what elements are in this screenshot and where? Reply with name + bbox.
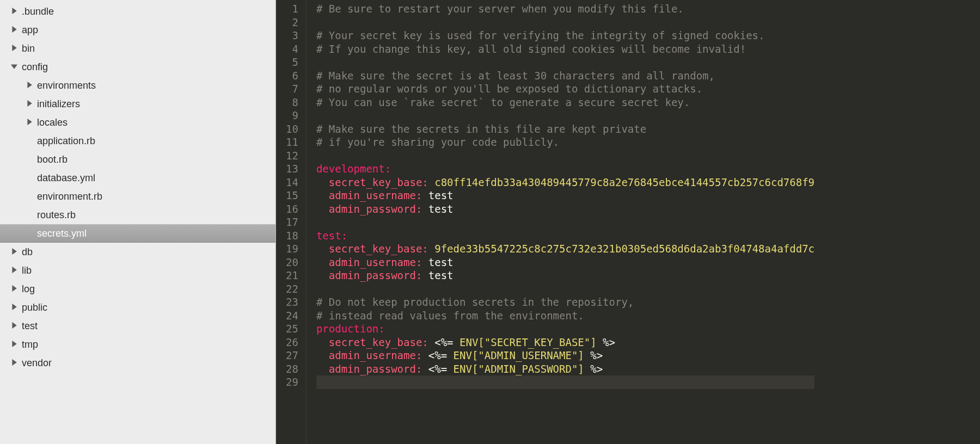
code-span: # Make sure the secrets in this file are… (316, 123, 646, 135)
tree-item-environment-rb[interactable]: environment.rb (0, 187, 275, 206)
code-line[interactable]: admin_username: <%= ENV["ADMIN_USERNAME"… (316, 349, 814, 362)
chevron-right-icon[interactable] (11, 248, 19, 256)
code-line[interactable]: # Your secret key is used for verifying … (316, 29, 814, 42)
code-line[interactable] (316, 55, 814, 69)
code-span: %> (584, 363, 603, 375)
code-line[interactable]: secret_key_base: 9fede33b5547225c8c275c7… (316, 242, 814, 256)
tree-item-application-rb[interactable]: application.rb (0, 132, 275, 150)
line-number: 26 (286, 336, 298, 349)
chevron-right-icon[interactable] (11, 341, 19, 348)
line-number: 12 (286, 149, 298, 163)
code-line[interactable] (316, 282, 814, 296)
chevron-right-icon[interactable] (26, 100, 34, 108)
tree-item-bin[interactable]: bin (0, 39, 275, 58)
line-number: 15 (286, 189, 298, 202)
code-span: development: (316, 163, 391, 175)
chevron-right-icon[interactable] (11, 285, 19, 293)
tree-item-boot-rb[interactable]: boot.rb (0, 150, 275, 169)
code-line[interactable] (316, 149, 814, 163)
code-line[interactable]: # Make sure the secrets in this file are… (316, 122, 814, 136)
code-line[interactable]: admin_username: test (316, 256, 814, 269)
code-line[interactable] (316, 215, 814, 229)
line-number: 24 (286, 309, 298, 323)
code-span: test: (316, 230, 347, 242)
code-line[interactable]: # If you change this key, all old signed… (316, 42, 814, 56)
line-number: 27 (286, 349, 298, 362)
file-tree-sidebar[interactable]: .bundleappbinconfigenvironmentsinitializ… (0, 0, 276, 444)
line-number: 19 (286, 242, 298, 256)
line-number: 6 (286, 69, 298, 83)
chevron-right-icon[interactable] (11, 26, 19, 34)
tree-item-app[interactable]: app (0, 21, 275, 39)
code-line[interactable]: # Do not keep production secrets in the … (316, 295, 814, 309)
code-span: admin_username: (316, 189, 422, 201)
code-span: ENV["ADMIN_USERNAME"] (454, 349, 584, 361)
code-line[interactable]: admin_password: <%= ENV["ADMIN_PASSWORD"… (316, 362, 814, 376)
chevron-right-icon[interactable] (11, 8, 19, 15)
chevron-right-icon[interactable] (11, 45, 19, 52)
tree-item-label: config (22, 61, 48, 73)
tree-item-database-yml[interactable]: database.yml (0, 169, 275, 187)
code-line[interactable]: development: (316, 162, 814, 176)
code-line[interactable] (316, 109, 814, 122)
code-line[interactable]: test: (316, 229, 814, 243)
code-line[interactable]: # Be sure to restart your server when yo… (316, 2, 814, 16)
code-line[interactable]: # You can use `rake secret` to generate … (316, 96, 814, 109)
code-area[interactable]: # Be sure to restart your server when yo… (307, 0, 814, 444)
tree-item-label: environments (37, 80, 96, 91)
code-line[interactable]: production: (316, 322, 814, 336)
line-number: 14 (286, 176, 298, 189)
code-line[interactable]: secret_key_base: <%= ENV["SECRET_KEY_BAS… (316, 336, 814, 349)
tree-item-lib[interactable]: lib (0, 261, 275, 280)
chevron-down-icon[interactable] (11, 63, 19, 71)
tree-item-label: db (22, 246, 33, 258)
code-line[interactable]: admin_password: test (316, 269, 814, 282)
line-number: 21 (286, 269, 298, 282)
chevron-right-icon[interactable] (11, 359, 19, 367)
code-line[interactable]: # no regular words or you'll be exposed … (316, 82, 814, 96)
code-line[interactable]: # instead read values from the environme… (316, 309, 814, 323)
line-number: 13 (286, 162, 298, 176)
tree-item-environments[interactable]: environments (0, 76, 275, 95)
code-editor[interactable]: 1234567891011121314151617181920212223242… (276, 0, 980, 444)
line-number: 5 (286, 55, 298, 69)
chevron-right-icon[interactable] (11, 267, 19, 274)
line-number: 4 (286, 42, 298, 56)
tree-item-locales[interactable]: locales (0, 113, 275, 132)
code-line[interactable] (316, 16, 814, 29)
chevron-right-icon[interactable] (26, 119, 34, 126)
chevron-right-icon[interactable] (26, 82, 34, 89)
tree-item-public[interactable]: public (0, 298, 275, 317)
tree-item-label: log (22, 283, 35, 295)
tree-item-config[interactable]: config (0, 58, 275, 76)
code-span: # If you change this key, all old signed… (316, 43, 746, 55)
code-span: # You can use `rake secret` to generate … (316, 96, 690, 108)
chevron-right-icon[interactable] (11, 304, 19, 311)
tree-item-secrets-yml[interactable]: secrets.yml (0, 224, 275, 243)
tree-item-label: routes.rb (37, 209, 76, 221)
code-line[interactable]: # Make sure the secret is at least 30 ch… (316, 69, 814, 83)
tree-item-db[interactable]: db (0, 243, 275, 261)
line-number: 1 (286, 2, 298, 16)
code-line[interactable]: admin_password: test (316, 202, 814, 216)
tree-item-vendor[interactable]: vendor (0, 354, 275, 372)
tree-item-label: bin (22, 43, 35, 54)
code-line[interactable]: admin_username: test (316, 189, 814, 202)
tree-item-routes-rb[interactable]: routes.rb (0, 206, 275, 224)
code-line[interactable] (316, 375, 814, 389)
chevron-right-icon[interactable] (11, 322, 19, 330)
code-span: # instead read values from the environme… (316, 310, 584, 322)
line-number: 7 (286, 82, 298, 96)
tree-item-initializers[interactable]: initializers (0, 95, 275, 113)
tree-item-label: initializers (37, 98, 80, 110)
code-line[interactable]: # if you're sharing your code publicly. (316, 135, 814, 149)
tree-item-label: database.yml (37, 172, 95, 184)
code-span: # Make sure the secret is at least 30 ch… (316, 70, 715, 82)
line-number: 10 (286, 122, 298, 136)
tree-item-tmp[interactable]: tmp (0, 335, 275, 354)
line-number: 2 (286, 16, 298, 29)
tree-item--bundle[interactable]: .bundle (0, 2, 275, 21)
tree-item-log[interactable]: log (0, 280, 275, 298)
tree-item-test[interactable]: test (0, 317, 275, 335)
code-line[interactable]: secret_key_base: c80ff14efdb33a430489445… (316, 176, 814, 189)
